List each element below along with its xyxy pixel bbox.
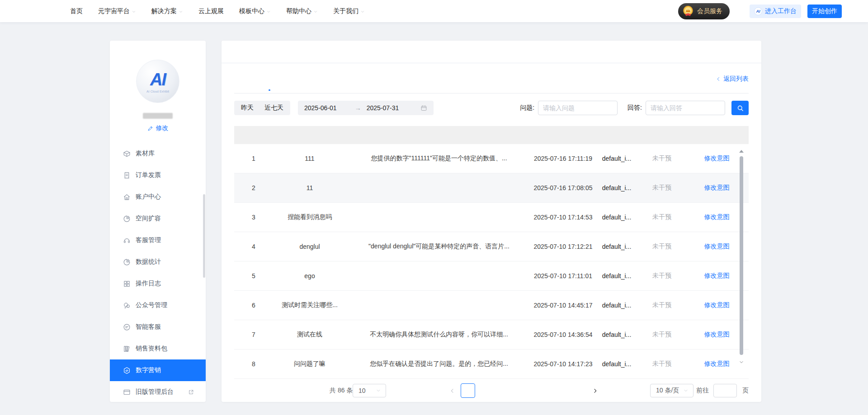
subtabs — [234, 85, 270, 93]
scrollbar-thumb[interactable] — [740, 156, 743, 355]
sidebar-item-icon — [123, 237, 131, 244]
next-page-button[interactable] — [590, 383, 599, 398]
cell-time: 2025-07-10 17:14:53 — [532, 214, 594, 221]
cell-answer: 您似乎在确认是否提出了问题。是的，您已经问... — [346, 360, 532, 368]
date-range-picker[interactable]: 2025-06-01 → 2025-07-31 — [298, 101, 434, 115]
page-number-button[interactable] — [535, 383, 549, 398]
cell-time: 2025-07-10 14:17:23 — [532, 360, 594, 368]
per-page-select[interactable]: 10 条/页 — [650, 384, 693, 397]
date-end-value: 2025-07-31 — [367, 104, 399, 112]
sidebar-item-icon — [123, 172, 131, 179]
page-number-button[interactable] — [516, 383, 531, 398]
subtab[interactable] — [269, 85, 270, 93]
sidebar-item-icon — [123, 280, 131, 288]
sidebar-item[interactable]: 数字营销 — [110, 359, 206, 381]
quick-yesterday-button[interactable]: 昨天 — [241, 104, 254, 112]
cell-time: 2025-07-10 14:36:54 — [532, 331, 594, 338]
nav-item-label: 首页 — [70, 7, 83, 15]
cell-question: ego — [273, 272, 346, 280]
table-row[interactable]: 8 问问题了嘛 您似乎在确认是否提出了问题。是的，您已经问... 2025-07… — [234, 350, 749, 379]
calendar-icon — [420, 105, 427, 112]
page-number-button[interactable] — [479, 383, 494, 398]
external-link-icon — [188, 389, 194, 395]
sidebar-item[interactable]: 智能客服 — [110, 316, 206, 338]
username-redacted — [143, 113, 173, 119]
page-number-button[interactable] — [553, 383, 568, 398]
modify-intent-link[interactable]: 修改意图 — [704, 360, 730, 367]
question-input[interactable] — [538, 101, 618, 115]
cell-intervention: 未干预 — [639, 242, 685, 251]
member-service-button[interactable]: 会员服务 — [678, 3, 730, 19]
pager — [448, 383, 599, 398]
cell-time: 2025-07-16 17:11:19 — [532, 155, 594, 162]
nav-actions: 会员服务 AI 进入工作台 开始创作 — [678, 3, 842, 19]
sidebar-item[interactable]: 销售资料包 — [110, 338, 206, 359]
sidebar-item-label: 账户中心 — [136, 193, 161, 201]
member-service-label: 会员服务 — [697, 7, 722, 15]
sidebar-item[interactable]: 素材库 — [110, 149, 206, 164]
quick-last7days-button[interactable]: 近七天 — [264, 104, 283, 112]
sidebar-scrollbar-thumb[interactable] — [203, 194, 205, 278]
vip-medal-icon — [682, 5, 694, 18]
table-row[interactable]: 2 11 2025-07-16 17:08:05 default_i... 未干… — [234, 173, 749, 203]
sidebar-item-icon — [123, 345, 131, 353]
scroll-up-arrow-icon[interactable] — [739, 150, 744, 153]
page-number-button[interactable] — [461, 383, 475, 398]
top-nav-bar: 首页 元宇宙平台 解决方案 云上观展 模板中心 — [0, 0, 868, 22]
modify-intent-link[interactable]: 修改意图 — [704, 272, 730, 279]
page-number-button[interactable] — [498, 383, 512, 398]
nav-item[interactable]: 模板中心 — [239, 7, 271, 15]
subtab[interactable] — [251, 85, 253, 93]
scroll-down-arrow-icon[interactable] — [739, 359, 744, 365]
enter-workspace-button[interactable]: AI 进入工作台 — [750, 5, 801, 18]
edit-profile-link[interactable]: 修改 — [147, 124, 169, 132]
nav-item[interactable]: 云上观展 — [198, 7, 224, 15]
table-row[interactable]: 6 测试时需关注哪些... 2025-07-10 14:45:17 defaul… — [234, 291, 749, 320]
goto-page-input[interactable] — [713, 384, 737, 397]
sidebar-item[interactable]: 公众号管理 — [110, 294, 206, 316]
sidebar-item[interactable]: 账户中心 — [110, 186, 206, 208]
page-number-button[interactable] — [572, 383, 586, 398]
modify-intent-link[interactable]: 修改意图 — [704, 213, 730, 220]
table-row[interactable]: 7 测试在线 不太明确你具体想测试什么内容呀，你可以详细... 2025-07-… — [234, 320, 749, 350]
table-row[interactable]: 3 捏能看到消息吗 2025-07-10 17:14:53 default_i.… — [234, 203, 749, 232]
sidebar-item[interactable]: 空间扩容 — [110, 208, 206, 229]
avatar[interactable]: AI AI Cloud Exhibit — [136, 60, 179, 103]
goto-page-suffix: 页 — [742, 387, 749, 395]
modify-intent-link[interactable]: 修改意图 — [704, 301, 730, 308]
date-range-arrow: → — [355, 104, 361, 112]
subtab[interactable] — [234, 85, 236, 93]
modify-intent-link[interactable]: 修改意图 — [704, 184, 730, 191]
search-button[interactable] — [731, 101, 749, 115]
sidebar-item[interactable]: 订单发票 — [110, 164, 206, 186]
answer-input[interactable] — [646, 101, 725, 115]
sidebar-item[interactable]: 客服管理 — [110, 229, 206, 251]
table-row[interactable]: 1 111 您提供的数字"111111"可能是一个特定的数值、... 2025-… — [234, 144, 749, 173]
sidebar-item-icon — [123, 150, 131, 158]
start-create-button[interactable]: 开始创作 — [807, 5, 842, 18]
pencil-icon — [147, 125, 154, 131]
nav-item-label: 云上观展 — [198, 7, 224, 15]
table-row[interactable]: 4 denglul "denglul denglul"可能是某种特定的声音、语言… — [234, 232, 749, 261]
table-row[interactable]: 5 ego 2025-07-10 17:11:01 default_i... 未… — [234, 261, 749, 291]
cell-question: 11 — [273, 184, 346, 191]
nav-item[interactable]: 关于我们 — [333, 7, 365, 15]
nav-item-label: 解决方案 — [151, 7, 177, 15]
modify-intent-link[interactable]: 修改意图 — [704, 331, 730, 338]
back-to-list-link[interactable]: 返回列表 — [716, 75, 749, 83]
sidebar-item[interactable]: 操作日志 — [110, 273, 206, 294]
nav-item[interactable]: 元宇宙平台 — [98, 7, 136, 15]
sidebar-item[interactable]: 数据统计 — [110, 251, 206, 273]
sidebar-item-icon — [123, 215, 131, 223]
nav-item[interactable]: 帮助中心 — [286, 7, 318, 15]
modify-intent-link[interactable]: 修改意图 — [704, 242, 730, 250]
sidebar-item-icon — [123, 388, 131, 396]
table-scrollbar[interactable] — [739, 149, 744, 377]
modify-intent-link[interactable]: 修改意图 — [704, 154, 730, 162]
prev-page-button[interactable] — [448, 383, 457, 398]
nav-item[interactable]: 首页 — [70, 7, 83, 15]
nav-item[interactable]: 解决方案 — [151, 7, 183, 15]
sidebar-item[interactable]: 旧版管理后台 — [110, 381, 206, 402]
page-size-select[interactable]: 10 — [353, 384, 386, 397]
avatar-ai-text: AI — [150, 70, 165, 89]
